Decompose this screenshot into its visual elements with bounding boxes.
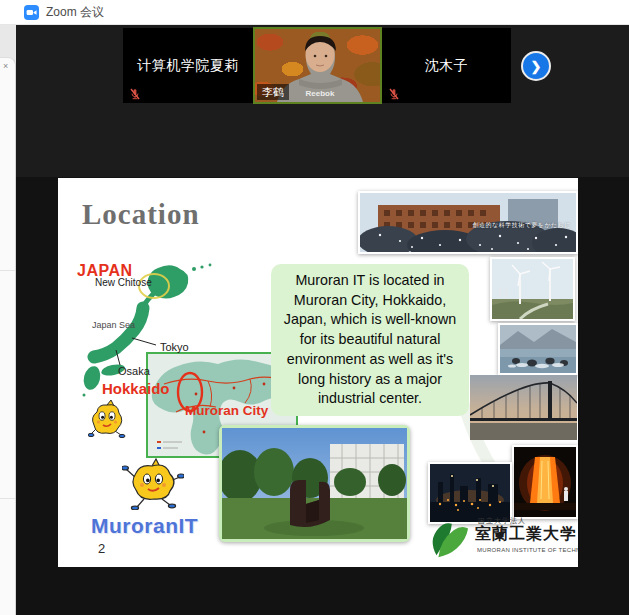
horses-in-sea-photo — [498, 323, 578, 375]
presentation-slide: Location JAPAN New Chitose Japan Sea Tok… — [58, 178, 578, 567]
label-new-chitose: New Chitose — [95, 277, 152, 288]
label-muroran-city: Muroran City — [185, 403, 268, 418]
participant-name: 沈木子 — [382, 57, 511, 75]
campus-winter-photo: 創造的な科学技術で夢をかたちに — [358, 191, 578, 254]
leaf-logo-icon — [426, 516, 470, 560]
university-logo: 国立大学法人 室蘭工業大学 MURORAN INSTITUTE OF TECHN… — [426, 514, 576, 564]
close-icon[interactable]: × — [3, 62, 8, 71]
participant-tile-3[interactable]: 沈木子 — [382, 28, 511, 103]
muted-mic-icon — [129, 86, 141, 98]
label-tokyo: Tokyo — [160, 341, 189, 353]
campus-photo-caption: 創造的な科学技術で夢をかたちに — [473, 221, 571, 230]
logo-university-name-en: MURORAN INSTITUTE OF TECHNOLOGY — [477, 547, 578, 553]
video-strip: 计算机学院夏莉 Reebok 李鹤 沈木子 — [16, 25, 629, 177]
shared-screen-area: Location JAPAN New Chitose Japan Sea Tok… — [16, 177, 629, 615]
wind-turbines-photo — [490, 257, 575, 321]
panel-divider — [0, 270, 15, 271]
window-titlebar[interactable]: Zoom 会议 — [0, 0, 629, 25]
label-osaka: Osaka — [118, 365, 150, 377]
mascot-name-text: MuroranIT — [91, 514, 198, 538]
steel-mill-photo — [512, 445, 578, 519]
chevron-right-icon: ❯ — [531, 59, 542, 74]
slide-page-number: 2 — [98, 541, 105, 556]
screen: Zoom 会议 × 计算机学院夏莉 — [0, 0, 629, 615]
zoom-app-icon — [24, 5, 39, 20]
label-japan-sea: Japan Sea — [92, 320, 135, 330]
slide-title: Location — [82, 198, 200, 231]
suspension-bridge-photo — [470, 375, 577, 440]
next-participants-button[interactable]: ❯ — [521, 51, 551, 81]
participant-tile-2-video[interactable]: Reebok 李鹤 — [253, 27, 382, 104]
participant-tile-1[interactable]: 计算机学院夏莉 — [123, 28, 253, 103]
description-textbox: Muroran IT is located in Muroran City, H… — [271, 264, 469, 416]
panel-divider — [0, 498, 15, 499]
campus-sculpture-photo — [219, 425, 410, 542]
muted-mic-icon — [388, 86, 400, 98]
participant-name-tag: 李鹤 — [257, 84, 289, 100]
background-panel: × — [0, 57, 16, 615]
mascot-character-large — [122, 458, 184, 510]
description-text: Muroran IT is located in Muroran City, H… — [281, 271, 459, 409]
logo-university-name: 室蘭工業大学 — [475, 524, 577, 545]
shirt-text: Reebok — [306, 89, 335, 98]
mascot-character-small — [88, 400, 126, 438]
background-window-edge[interactable]: × — [0, 25, 16, 615]
label-hokkaido: Hokkaido — [102, 380, 170, 397]
window-title: Zoom 会议 — [46, 4, 104, 21]
participant-name: 计算机学院夏莉 — [123, 57, 253, 75]
